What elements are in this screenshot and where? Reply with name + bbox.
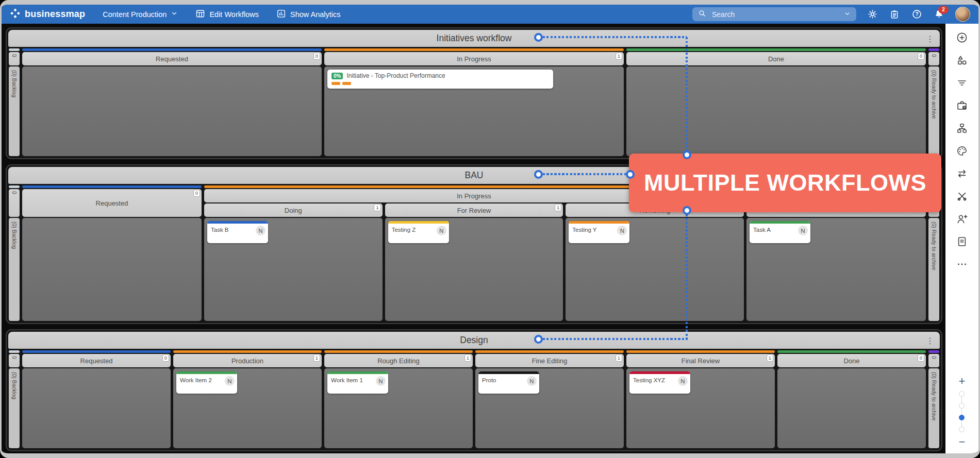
column-header-requested[interactable]: Requested0 (22, 52, 322, 65)
zoom-slider-dot[interactable] (959, 415, 965, 420)
column-header-in-progress[interactable]: In Progress1 (324, 52, 624, 65)
brand-name: businessmap (25, 9, 85, 20)
rail-count-label: 0 (931, 54, 937, 65)
column-header-requested[interactable]: Requested0 (22, 354, 171, 367)
zoom-slider-track (961, 420, 962, 427)
settings-gear-icon[interactable] (867, 9, 878, 20)
zoom-out-button[interactable]: − (959, 437, 966, 447)
column-header-requested[interactable]: Requested0 (22, 189, 202, 217)
search-icon (698, 9, 706, 20)
workflow-title: Design (460, 335, 488, 346)
invite-user-icon[interactable] (956, 213, 968, 225)
board-selector[interactable]: Content Production (103, 10, 178, 19)
ready-to-archive-rail[interactable]: (0) Ready to archive (928, 368, 939, 448)
sidebar-icons (956, 31, 968, 270)
notes-icon[interactable] (956, 235, 968, 248)
link-node[interactable] (683, 206, 691, 215)
card-proto[interactable]: ProtoN (478, 371, 539, 394)
backlog-rail[interactable]: (0) Backlog (9, 368, 20, 448)
column-color-bar (324, 48, 624, 51)
more-options-icon[interactable]: ⋮ (926, 335, 934, 345)
show-analytics-button[interactable]: Show Analytics (276, 9, 341, 20)
column-header-label: Doing (285, 207, 302, 214)
rail-label: (0) Backlog (11, 70, 18, 156)
search-input[interactable] (711, 10, 839, 19)
card-testing-xyz[interactable]: Testing XYZN (629, 371, 690, 394)
workflow-title-bar: Design⋮ (8, 332, 940, 349)
add-card-icon[interactable] (956, 31, 968, 44)
card-stickers-row (327, 80, 553, 89)
ready-to-archive-rail[interactable]: (0) Ready to archive (928, 66, 939, 156)
column-header-final-review[interactable]: Final Review1 (626, 354, 775, 367)
card-content: ProtoN (478, 374, 539, 394)
backlog-rail[interactable]: (0) Backlog (9, 66, 20, 156)
zoom-slider-dot[interactable] (959, 427, 965, 432)
card-testing-z[interactable]: Testing ZN (388, 221, 449, 243)
card-work-item-2[interactable]: Work Item 2N (176, 371, 237, 394)
column-header-fine-editing[interactable]: Fine Editing1 (475, 354, 624, 367)
initiative-card[interactable]: 0%Initiative - Top-Product Performance (327, 70, 553, 89)
search-chevron-down-icon[interactable] (844, 10, 851, 19)
card-work-item-1[interactable]: Work Item 1N (327, 371, 388, 394)
column-header-label: Requested (156, 55, 188, 63)
column-header-for-review[interactable]: For Review1 (385, 203, 563, 217)
zoom-slider[interactable] (959, 391, 965, 432)
left-rail: 0(0) Backlog (9, 48, 20, 156)
card-testing-y[interactable]: Testing YN (569, 221, 629, 243)
link-node[interactable] (683, 150, 691, 159)
card-title: Work Item 2 (180, 376, 212, 383)
column-header-rough-editing[interactable]: Rough Editing1 (324, 354, 473, 367)
more-options-icon[interactable]: ⋮ (926, 33, 934, 43)
column-header-done[interactable]: Done0 (777, 354, 926, 367)
card-task-b[interactable]: Task BN (207, 221, 268, 243)
rail-count: 0 (9, 354, 20, 367)
notifications-bell-icon[interactable]: 2 (933, 9, 944, 20)
customize-icon[interactable] (956, 190, 968, 202)
column-body-fine-editing: ProtoN (475, 368, 624, 448)
column-header-done[interactable]: Done0 (626, 52, 926, 65)
rail-count-label: 0 (11, 54, 18, 65)
column-count-badge: 1 (555, 204, 561, 211)
portfolio-icon[interactable] (956, 99, 968, 112)
column-color-bar (324, 350, 473, 353)
column-header-production[interactable]: Production1 (173, 354, 322, 367)
workflow-section-design: Design⋮0(0) BacklogRequested0Production1… (6, 329, 942, 451)
zoom-slider-dot[interactable] (959, 403, 965, 409)
column-header-doing[interactable]: Doing1 (204, 203, 383, 217)
link-node[interactable] (534, 170, 543, 179)
workflow-link-line (543, 173, 629, 175)
link-node[interactable] (534, 335, 543, 344)
subcolumn-doing: Doing1Task BN (204, 203, 383, 321)
search-bar[interactable] (692, 7, 856, 21)
card-task-a[interactable]: Task AN (750, 221, 810, 243)
rail-label: (0) Backlog (11, 372, 18, 448)
progress-badge: 0% (331, 73, 343, 79)
edit-workflows-button[interactable]: Edit Workflows (195, 9, 259, 20)
swap-icon[interactable] (956, 167, 968, 180)
zoom-in-button[interactable]: + (959, 376, 966, 386)
brand[interactable]: businessmap (10, 8, 85, 21)
card-assignee-badge: N (256, 226, 265, 235)
card-types-icon[interactable] (956, 54, 968, 66)
subcolumn-reviewing: Reviewing1Testing YN (566, 203, 744, 321)
filter-icon[interactable] (956, 77, 968, 89)
column-body-rough-editing: Work Item 1N (324, 368, 473, 448)
link-node[interactable] (626, 170, 635, 179)
more-icon[interactable] (956, 258, 968, 270)
column-body-done (626, 66, 926, 156)
right-rail: 0(0) Ready to archive (928, 350, 939, 448)
card-content: Task AN (750, 224, 810, 243)
zoom-slider-dot[interactable] (959, 391, 965, 397)
hierarchy-icon[interactable] (956, 122, 968, 134)
help-icon[interactable]: ? (911, 9, 922, 20)
link-node[interactable] (534, 33, 543, 42)
column-production: Production1Work Item 2N (173, 350, 322, 448)
palette-icon[interactable] (956, 145, 968, 157)
clipboard-icon[interactable] (889, 9, 900, 20)
column-count-badge: 1 (767, 354, 773, 362)
backlog-rail[interactable]: (0) Backlog (9, 218, 20, 321)
user-avatar[interactable] (955, 7, 970, 22)
ready-to-archive-rail[interactable]: (0) Ready to archive (928, 218, 939, 321)
rail-count: 0 (928, 52, 939, 65)
board-selector-label: Content Production (103, 10, 167, 19)
